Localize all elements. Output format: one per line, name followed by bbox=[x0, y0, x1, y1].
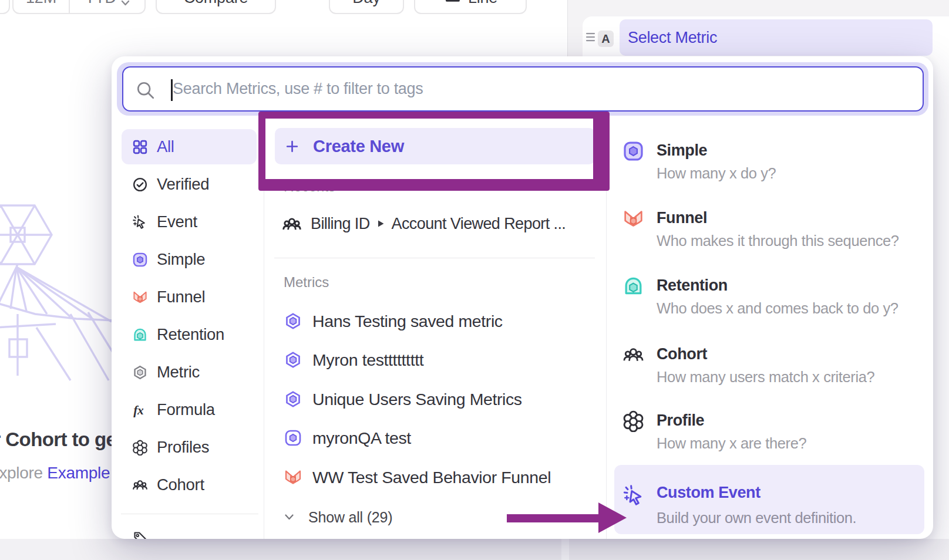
simple-metric-icon bbox=[622, 140, 644, 162]
drag-handle-icon[interactable] bbox=[586, 32, 595, 42]
type-title: Custom Event bbox=[657, 484, 760, 502]
page-footer-background bbox=[0, 539, 949, 560]
sidebar-item-label: All bbox=[157, 137, 174, 156]
recents-divider bbox=[274, 258, 595, 258]
sidebar-item-label: Simple bbox=[157, 250, 205, 269]
cohort-people-icon bbox=[132, 477, 148, 493]
type-title: Simple bbox=[657, 141, 707, 160]
metric-item-myron[interactable]: Myron testtttttttt bbox=[284, 348, 423, 372]
type-title: Funnel bbox=[657, 209, 707, 227]
metric-row-letter: A bbox=[598, 31, 614, 47]
sidebar-item-funnel[interactable]: Funnel bbox=[122, 279, 257, 315]
metric-item-label: myronQA test bbox=[312, 429, 411, 448]
compare-button[interactable]: Compare bbox=[156, 0, 276, 14]
type-custom-event[interactable]: Custom Event Build your own event defini… bbox=[622, 483, 933, 535]
funnel-metric-icon bbox=[622, 208, 644, 230]
type-retention[interactable]: Retention Who does x and comes back to d… bbox=[622, 275, 933, 322]
chevron-down-icon bbox=[121, 0, 130, 6]
annotation-highlight-box bbox=[258, 112, 610, 191]
metric-item-hans[interactable]: Hans Testing saved metric bbox=[284, 309, 503, 333]
search-field-wrap bbox=[122, 66, 924, 112]
sidebar-item-simple[interactable]: Simple bbox=[122, 242, 257, 277]
event-spark-cursor-icon bbox=[132, 214, 148, 230]
interval-day-button[interactable]: Day bbox=[329, 0, 404, 14]
sidebar-item-metric[interactable]: Metric bbox=[122, 355, 257, 390]
verified-badge-icon bbox=[132, 177, 148, 193]
type-simple[interactable]: Simple How many x do y? bbox=[622, 140, 933, 187]
metric-item-label: Myron testtttttttt bbox=[312, 350, 423, 370]
metric-item-label: Unique Users Saving Metrics bbox=[312, 390, 522, 409]
sidebar-item-retention[interactable]: Retention bbox=[122, 317, 257, 352]
metric-item-unique-users[interactable]: Unique Users Saving Metrics bbox=[284, 387, 522, 411]
recent-item-event: Account Viewed Report ... bbox=[392, 215, 566, 233]
cohort-people-icon bbox=[281, 214, 303, 234]
sidebar-item-label: Retention bbox=[157, 325, 224, 344]
saved-metric-hexagon-icon bbox=[284, 312, 302, 330]
explore-prefix: Explore bbox=[0, 464, 47, 482]
simple-metric-icon bbox=[132, 252, 148, 268]
sidebar-item-label: Verified bbox=[157, 175, 209, 194]
type-description: Who makes it through this sequence? bbox=[657, 232, 899, 249]
chevron-down-icon bbox=[284, 514, 294, 521]
toolbar-partial-button[interactable] bbox=[0, 0, 10, 14]
sidebar-item-label: Event bbox=[157, 212, 197, 231]
metric-item-label: Hans Testing saved metric bbox=[312, 312, 503, 331]
background-heading: or Cohort to get bbox=[0, 429, 123, 451]
type-cohort[interactable]: Cohort How many users match x criteria? bbox=[622, 344, 933, 391]
type-description: How many x are there? bbox=[657, 435, 806, 452]
profiles-flower-icon bbox=[132, 440, 148, 456]
recent-item-source: Billing ID bbox=[311, 215, 370, 233]
type-description: Who does x and comes back to do y? bbox=[657, 300, 898, 317]
sidebar-item-label: Profiles bbox=[157, 438, 209, 457]
sidebar-item-event[interactable]: Event bbox=[122, 204, 257, 239]
select-metric-field[interactable]: Select Metric bbox=[620, 19, 933, 56]
metrics-section-label: Metrics bbox=[284, 274, 329, 291]
sidebar-item-profiles[interactable]: Profiles bbox=[122, 430, 257, 465]
saved-metric-hexagon-icon bbox=[284, 350, 302, 369]
metric-item-label: WW Test Saved Behavior Funnel bbox=[312, 468, 551, 487]
grid-icon bbox=[132, 139, 148, 155]
svg-text:fx: fx bbox=[133, 403, 144, 417]
sidebar-item-label: Cohort bbox=[157, 475, 204, 494]
show-all-button[interactable]: Show all (29) bbox=[284, 507, 392, 527]
arrow-right-icon bbox=[378, 220, 384, 228]
retention-metric-icon bbox=[132, 327, 148, 343]
text-cursor bbox=[171, 79, 173, 101]
sidebar-bottom-divider bbox=[121, 514, 258, 514]
type-title: Profile bbox=[657, 411, 704, 430]
range-ytd-button[interactable]: YTD bbox=[70, 0, 144, 13]
sidebar-item-verified[interactable]: Verified bbox=[122, 167, 257, 202]
range-12m-button[interactable]: 12M bbox=[14, 0, 69, 13]
wireframe-illustration bbox=[0, 194, 117, 387]
date-range-group[interactable]: 12M YTD bbox=[12, 0, 146, 14]
type-funnel[interactable]: Funnel Who makes it through this sequenc… bbox=[622, 208, 933, 255]
recent-item-billing[interactable]: Billing ID Account Viewed Report ... bbox=[281, 211, 566, 236]
retention-metric-icon bbox=[622, 275, 644, 297]
sidebar-item-all[interactable]: All bbox=[122, 129, 257, 164]
sidebar-item-partial[interactable] bbox=[122, 520, 257, 539]
annotation-arrow bbox=[505, 499, 630, 537]
sidebar-item-formula[interactable]: fx Formula bbox=[122, 392, 257, 427]
funnel-metric-icon bbox=[284, 468, 302, 487]
chart-type-line-button[interactable]: Line bbox=[414, 0, 527, 14]
type-title: Retention bbox=[657, 276, 728, 295]
type-description: How many users match x criteria? bbox=[657, 369, 874, 386]
type-profile[interactable]: Profile How many x are there? bbox=[622, 410, 933, 457]
sidebar-item-label: Funnel bbox=[157, 288, 205, 306]
profiles-flower-icon bbox=[622, 410, 644, 432]
formula-fx-icon: fx bbox=[132, 402, 148, 418]
type-description: Build your own event definition. bbox=[657, 510, 856, 527]
search-input[interactable] bbox=[123, 68, 923, 110]
line-chart-icon bbox=[443, 0, 461, 6]
metric-item-myronqa[interactable]: myronQA test bbox=[284, 426, 411, 450]
search-icon bbox=[136, 80, 156, 100]
sidebar-item-cohort[interactable]: Cohort bbox=[122, 467, 257, 502]
saved-board-metric-icon bbox=[284, 429, 302, 447]
tag-icon bbox=[132, 530, 148, 539]
show-all-label: Show all (29) bbox=[308, 509, 392, 526]
type-description: How many x do y? bbox=[657, 165, 776, 182]
sidebar-item-label: Metric bbox=[157, 363, 200, 382]
funnel-metric-icon bbox=[132, 289, 148, 305]
metric-item-ww-funnel[interactable]: WW Test Saved Behavior Funnel bbox=[284, 465, 551, 489]
cohort-people-icon bbox=[622, 344, 644, 366]
